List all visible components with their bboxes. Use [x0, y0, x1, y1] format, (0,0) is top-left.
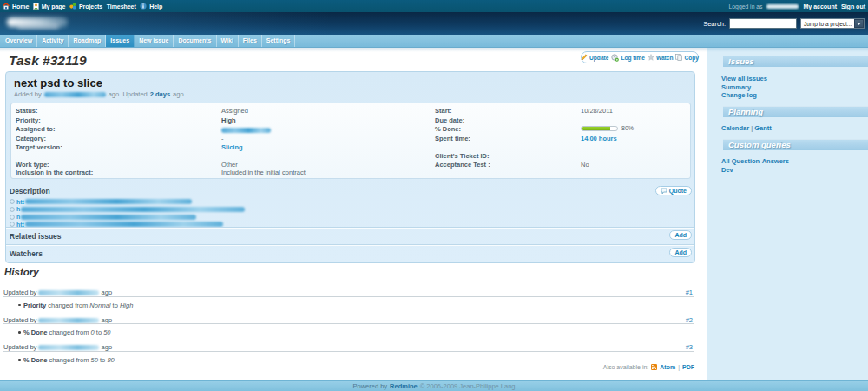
acceptance-test-value: No: [581, 161, 589, 169]
copyright-label: © 2006-2009 Jean-Philippe Lang: [420, 382, 516, 390]
sidebar-planning-separator: |: [751, 124, 753, 132]
tab-documents[interactable]: Documents: [174, 35, 216, 47]
sign-out-link[interactable]: Sign out: [841, 3, 865, 10]
journal-3-field: % Done: [23, 356, 48, 364]
related-issues-add-button[interactable]: Add: [669, 230, 692, 240]
issue-author-redacted[interactable]: [44, 92, 106, 97]
sidebar-heading-custom-queries: Custom queries: [723, 139, 868, 150]
contextual-actions: Update Log time Watch Copy: [581, 51, 699, 63]
top-menu-item-home[interactable]: Home: [3, 3, 29, 10]
pdf-link[interactable]: PDF: [682, 364, 694, 370]
divider-related-issues: [6, 227, 694, 229]
sidebar-link-view-all-issues[interactable]: View all issues: [721, 75, 767, 83]
update-button[interactable]: Update: [581, 54, 608, 61]
top-menu-item-timesheet[interactable]: Timesheet: [107, 3, 136, 10]
attr-row-category-spenttime: Category: - Spent time: 14.00 hours: [11, 135, 690, 142]
copy-button-label: Copy: [684, 55, 698, 61]
attr-row-worktype-acceptance: Work type: Other Acceptance Test : No: [11, 161, 690, 169]
sidebar-link-gantt[interactable]: Gantt: [754, 124, 772, 132]
inclusion-label: Inclusion in the contract:: [16, 169, 93, 176]
top-menu-item-projects[interactable]: Projects: [69, 3, 102, 10]
project-logo-redacted-2: [17, 25, 59, 29]
content-area: Task #32119 Update Log time Watch: [0, 48, 707, 380]
sidebar-planning-links: Calendar | Gantt: [721, 124, 772, 132]
sidebar-link-summary[interactable]: Summary: [721, 83, 751, 91]
tab-activity[interactable]: Activity: [37, 35, 69, 47]
sidebar-link-dev[interactable]: Dev: [721, 166, 733, 174]
sidebar-link-change-log[interactable]: Change log: [721, 91, 757, 99]
atom-link[interactable]: Atom: [660, 364, 675, 370]
journal-2-new-value: 50: [103, 328, 110, 336]
home-icon: [3, 3, 10, 10]
journal-3-author-redacted[interactable]: [38, 345, 99, 350]
external-link-icon: [10, 199, 15, 204]
top-menu-item-mypage[interactable]: My page: [33, 3, 66, 10]
my-account-link[interactable]: My account: [803, 3, 837, 10]
updated-ago-link[interactable]: 2 days: [150, 90, 170, 98]
issue-subject: next psd to slice: [14, 76, 102, 89]
tab-overview[interactable]: Overview: [1, 35, 37, 47]
journal-2-field: % Done: [23, 328, 48, 336]
top-menu-help-label: Help: [149, 3, 162, 10]
jump-to-project-select[interactable]: Jump to a project...: [800, 18, 865, 29]
journal-2-rule: [3, 323, 694, 324]
tab-files[interactable]: Files: [239, 35, 262, 47]
description-link-3[interactable]: h: [10, 214, 196, 221]
jump-to-project-value: Jump to a project...: [801, 21, 854, 27]
tab-roadmap[interactable]: Roadmap: [69, 35, 106, 47]
client-ticket-id-label: Client's Ticket ID:: [435, 152, 490, 160]
attr-row-assignee-done: Assigned to: % Done: 80%: [11, 125, 690, 133]
journal-3-new-value: 80: [107, 356, 114, 364]
progress-bar-fill: [582, 127, 610, 130]
attr-row-status-start: Status: Assigned Start: 10/28/2011: [11, 107, 690, 115]
journal-3-old-value: 50: [91, 356, 98, 364]
tab-wiki[interactable]: Wiki: [217, 35, 239, 47]
priority-value: High: [221, 116, 236, 124]
redmine-issue-page: Home My page Projects Timesheet: [0, 0, 868, 391]
sidebar-top-fade: [707, 48, 868, 52]
top-menu-item-help[interactable]: Help: [140, 3, 162, 10]
search-label: Search:: [703, 20, 726, 28]
description-link-3-prefix: h: [16, 214, 20, 220]
journal-1-author-redacted[interactable]: [38, 290, 99, 295]
log-time-button-label: Log time: [621, 55, 644, 61]
tab-issues[interactable]: Issues: [106, 35, 135, 47]
related-issues-add-label: Add: [674, 232, 687, 238]
watch-button[interactable]: Watch: [648, 54, 674, 61]
attr-row-inclusion: Inclusion in the contract: Included in t…: [11, 169, 690, 176]
attr-row-priority-duedate: Priority: High Due date:: [11, 116, 690, 124]
description-link-1[interactable]: htt: [10, 198, 192, 205]
description-link-2[interactable]: h: [10, 206, 245, 213]
assigned-to-value-redacted[interactable]: [221, 126, 271, 134]
description-link-2-prefix: h: [16, 206, 20, 212]
percent-done-label: % Done:: [435, 125, 461, 133]
top-menu-right: Logged in as My account Sign out: [729, 0, 865, 12]
sidebar-link-calendar[interactable]: Calendar: [721, 124, 749, 132]
search-input[interactable]: [729, 18, 797, 29]
redmine-link[interactable]: Redmine: [390, 382, 418, 390]
watchers-add-button[interactable]: Add: [669, 248, 692, 257]
sidebar-heading-issues: Issues: [723, 56, 868, 67]
copy-button[interactable]: Copy: [675, 54, 698, 61]
target-version-link[interactable]: Slicing: [221, 143, 243, 151]
header-bar: Search: Jump to a project...: [0, 12, 868, 35]
journal-2-author-redacted[interactable]: [38, 318, 99, 323]
select-dropdown-button[interactable]: [854, 19, 864, 28]
pencil-icon: [581, 54, 588, 61]
issue-details-box: next psd to slice Added by ago. Updated …: [5, 71, 695, 263]
journal-2-old-value: 0: [91, 328, 95, 336]
journal-3-rule: [3, 351, 694, 352]
sidebar-link-all-question-answers[interactable]: All Question-Answers: [721, 157, 789, 165]
status-label: Status:: [16, 107, 37, 115]
tab-settings[interactable]: Settings: [262, 35, 296, 47]
quote-button[interactable]: Quote: [655, 186, 692, 196]
assigned-to-label: Assigned to:: [16, 125, 55, 133]
spent-time-link[interactable]: 14.00 hours: [581, 135, 617, 142]
log-time-button[interactable]: Log time: [611, 54, 644, 62]
sidebar-heading-planning-label: Planning: [723, 107, 868, 117]
tab-new-issue[interactable]: New issue: [135, 35, 174, 47]
watch-button-label: Watch: [656, 55, 674, 61]
chevron-down-icon: [856, 22, 862, 26]
top-menu-mypage-label: My page: [42, 3, 66, 10]
start-value: 10/28/2011: [581, 107, 613, 115]
